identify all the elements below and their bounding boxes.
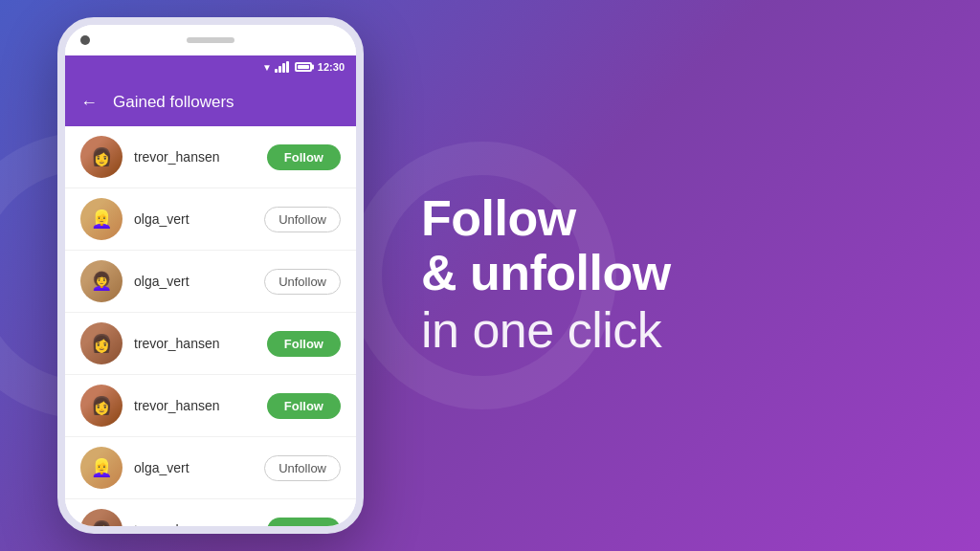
unfollow-button[interactable]: Unfollow (264, 207, 341, 232)
signal-bar-3 (282, 63, 285, 73)
username: trevor_hansen (134, 398, 256, 413)
username: trevor_hansen (134, 149, 256, 165)
avatar: 👩 (80, 136, 122, 178)
username: olga_vert (134, 211, 253, 227)
signal-bar-2 (278, 66, 281, 73)
username: olga_vert (134, 460, 253, 475)
avatar: 👩‍🦱 (80, 260, 122, 302)
signal-bar-1 (275, 69, 278, 73)
phone-top-bar (65, 25, 356, 55)
avatar: 👩 (80, 385, 122, 427)
avatar: 👩 (80, 509, 122, 526)
tagline-line3: in one click (421, 300, 923, 360)
avatar: 👩 (80, 322, 122, 364)
signal-bar-4 (286, 61, 289, 73)
follow-button[interactable]: Follow (267, 331, 341, 357)
app-header: ← Gained followers (65, 78, 356, 126)
tagline-line1: Follow (421, 191, 923, 246)
list-item: 👱‍♀️olga_vertUnfollow (65, 437, 356, 499)
battery-fill (298, 65, 309, 69)
follow-button[interactable]: Follow (267, 144, 341, 170)
battery-icon (295, 62, 312, 72)
list-item: 👩trevor_hansenFollow (65, 126, 356, 188)
tagline-panel: Follow & unfollow in one click (364, 191, 923, 361)
list-item: 👩trevor_hansenFollow (65, 375, 356, 437)
wifi-icon: ▼ (262, 62, 272, 73)
screen-title: Gained followers (113, 93, 234, 112)
user-list: 👩trevor_hansenFollow👱‍♀️olga_vertUnfollo… (65, 126, 356, 526)
list-item: 👩trevor_hansenFollow (65, 499, 356, 526)
avatar: 👱‍♀️ (80, 447, 122, 489)
follow-button[interactable]: Follow (267, 393, 341, 419)
follow-button[interactable]: Follow (267, 518, 341, 527)
unfollow-button[interactable]: Unfollow (264, 455, 341, 481)
status-time: 12:30 (318, 61, 345, 73)
tagline-line2: & unfollow (421, 246, 923, 300)
username: trevor_hansen (134, 336, 256, 351)
phone-mockup: ▼ 12:30 ← Gained followers 👩trevor_hanse… (57, 17, 364, 534)
list-item: 👩trevor_hansenFollow (65, 313, 356, 375)
list-item: 👩‍🦱olga_vertUnfollow (65, 251, 356, 313)
phone-camera (80, 35, 90, 45)
signal-icon (275, 61, 289, 73)
phone-speaker (187, 37, 234, 43)
list-item: 👱‍♀️olga_vertUnfollow (65, 188, 356, 251)
unfollow-button[interactable]: Unfollow (264, 269, 341, 295)
avatar: 👱‍♀️ (80, 198, 122, 240)
username: olga_vert (134, 274, 253, 289)
phone-frame: ▼ 12:30 ← Gained followers 👩trevor_hanse… (57, 17, 364, 534)
username: trevor_hansen (134, 522, 256, 526)
status-bar: ▼ 12:30 (65, 55, 356, 78)
back-button[interactable]: ← (80, 93, 98, 113)
